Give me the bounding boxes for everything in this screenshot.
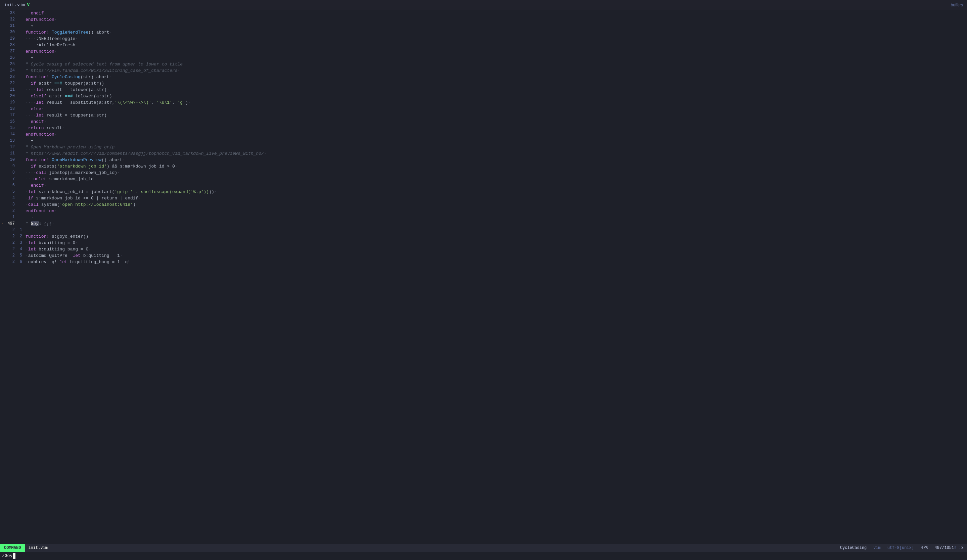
- line-content: ····:NERDTreeToggle·: [24, 36, 967, 42]
- cursor-block: [13, 553, 15, 558]
- line-number: 21: [5, 87, 18, 93]
- line-number: 28: [5, 42, 18, 48]
- table-row: 25·autocmd QuitPre let b:quitting = 1·: [0, 252, 967, 259]
- line-content: else·: [24, 106, 967, 112]
- line-number: 20: [5, 93, 18, 99]
- line-content: ····let result = tolower(a:str)·: [24, 87, 967, 93]
- line-content: ·cabbrev q! let b:quitting_bang = 1 q!: [24, 259, 967, 265]
- table-row: 32endfunction·: [0, 16, 967, 23]
- table-row: 2endfunction·: [0, 208, 967, 214]
- line-number: 29: [5, 36, 18, 42]
- extra-line-number: 6: [18, 259, 24, 265]
- line-number: 14: [5, 131, 18, 138]
- table-row: 22 if a:str ==# toupper(a:str)): [0, 80, 967, 87]
- line-content: function! ToggleNerdTree() abort·: [24, 29, 967, 36]
- line-number: 2: [5, 233, 18, 240]
- status-left: COMMAND init.vim: [0, 544, 51, 552]
- line-content: endfunction·: [24, 208, 967, 214]
- line-content: ¬: [24, 55, 967, 61]
- line-content: ····let result = substitute(a:str,'\(\<\…: [24, 99, 967, 106]
- table-row: 21: [0, 227, 967, 233]
- line-content: ····call jobstop(s:markdown_job_id)·: [24, 170, 967, 176]
- table-row: 9 if exists('s:markdown_job_id') && s:ma…: [0, 163, 967, 170]
- line-content: function! s:goyo_enter(): [24, 233, 967, 240]
- line-content: " Cycle casing of selected text from upp…: [24, 61, 967, 68]
- table-row: 27endfunction·: [0, 48, 967, 55]
- line-number: 497: [5, 221, 18, 227]
- table-row: 24·let b:quitting_bang = 0·: [0, 246, 967, 252]
- line-content: ¬: [24, 214, 967, 221]
- table-row: 31 ¬: [0, 23, 967, 29]
- table-row: 15 return result·: [0, 125, 967, 131]
- status-bar: COMMAND init.vim CycleCasing vim utf-8[u…: [0, 544, 967, 552]
- line-number: 13: [5, 138, 18, 144]
- title-filename: init.vim: [4, 2, 25, 7]
- line-content: " https://vim.fandom.com/wiki/Switching_…: [24, 68, 967, 74]
- table-row: 21····let result = tolower(a:str)·: [0, 87, 967, 93]
- status-function: CycleCasing: [837, 544, 870, 552]
- line-content: return result·: [24, 125, 967, 131]
- line-number: 11: [5, 150, 18, 157]
- line-number: 32: [5, 16, 18, 23]
- extra-line-number: 2: [18, 233, 24, 240]
- line-content: endif·: [24, 182, 967, 189]
- line-number: 1: [5, 214, 18, 221]
- table-row: -497" Goyo {{{·: [0, 221, 967, 227]
- table-row: 16 endif·: [0, 119, 967, 125]
- table-row: 28····:AirlineRefresh·: [0, 42, 967, 48]
- line-number: 12: [5, 144, 18, 150]
- line-content: ·call system('open http://localhost:6419…: [24, 201, 967, 208]
- line-number: 8: [5, 170, 18, 176]
- line-number: 25: [5, 61, 18, 68]
- line-content: ¬: [24, 138, 967, 144]
- line-content: endif·: [24, 10, 967, 16]
- line-number: 15: [5, 125, 18, 131]
- table-row: 10function! OpenMarkdownPreview() abort·: [0, 157, 967, 163]
- table-row: 7···unlet s:markdown_job_id·: [0, 176, 967, 182]
- table-row: 23·let b:quitting = 0·: [0, 240, 967, 246]
- line-number: 23: [5, 74, 18, 80]
- line-number: 27: [5, 48, 18, 55]
- table-row: 30function! ToggleNerdTree() abort·: [0, 29, 967, 36]
- code-area: 33 endif· 32endfunction· 31 ¬ 30function…: [0, 10, 967, 544]
- line-content: ·let s:markdown_job_id = jobstart('grip …: [24, 189, 967, 195]
- extra-line-number: 3: [18, 240, 24, 246]
- line-content: endif·: [24, 119, 967, 125]
- table-row: 33 endif·: [0, 10, 967, 16]
- line-number: 2: [5, 240, 18, 246]
- table-row: 26 ¬: [0, 55, 967, 61]
- table-row: 26·cabbrev q! let b:quitting_bang = 1 q!: [0, 259, 967, 265]
- line-number: 16: [5, 119, 18, 125]
- line-number: 33: [5, 10, 18, 16]
- table-row: 11" https://www.reddit.com/r/vim/comment…: [0, 150, 967, 157]
- table-row: 3·call system('open http://localhost:641…: [0, 201, 967, 208]
- line-number: 4: [5, 195, 18, 201]
- table-row: 17····let result = toupper(a:str)·: [0, 112, 967, 119]
- line-content: if a:str ==# toupper(a:str)): [24, 80, 967, 87]
- line-number: 2: [5, 227, 18, 233]
- line-content: ·let b:quitting = 0·: [24, 240, 967, 246]
- line-content: ····let result = toupper(a:str)·: [24, 112, 967, 119]
- table-row: 29····:NERDTreeToggle·: [0, 36, 967, 42]
- table-row: 12" Open Markdown preview using grip·: [0, 144, 967, 150]
- line-number: 18: [5, 106, 18, 112]
- status-filename: init.vim: [25, 545, 51, 550]
- command-line: /Goy: [0, 552, 967, 560]
- line-number: 2: [5, 208, 18, 214]
- line-content: ····:AirlineRefresh·: [24, 42, 967, 48]
- line-number: 5: [5, 189, 18, 195]
- line-number: 6: [5, 182, 18, 189]
- buffers-button[interactable]: buffers: [951, 3, 963, 7]
- diff-marker: -: [0, 221, 5, 227]
- table-row: 14endfunction·: [0, 131, 967, 138]
- line-content: ·autocmd QuitPre let b:quitting = 1·: [24, 252, 967, 259]
- table-row: 8····call jobstop(s:markdown_job_id)·: [0, 170, 967, 176]
- line-number: 3: [5, 201, 18, 208]
- line-number: 7: [5, 176, 18, 182]
- line-number: 2: [5, 252, 18, 259]
- line-content: function! CycleCasing(str) abort·: [24, 74, 967, 80]
- line-content: endfunction·: [24, 16, 967, 23]
- status-right: CycleCasing vim utf-8[unix] 47% 497/1051…: [837, 544, 967, 552]
- table-row: 22function! s:goyo_enter(): [0, 233, 967, 240]
- line-content: " Goyo {{{·: [24, 221, 967, 227]
